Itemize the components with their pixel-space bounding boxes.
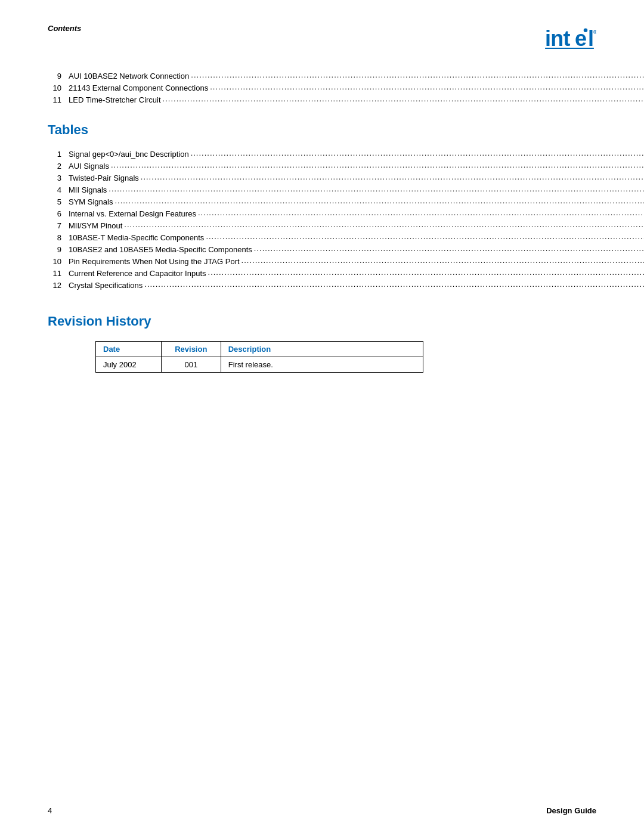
toc-row-content: Pin Requirements When Not Using the JTAG… bbox=[69, 257, 644, 266]
dot-leader bbox=[191, 148, 644, 157]
toc-row: 10 21143 External Component Connections … bbox=[48, 83, 596, 92]
toc-title: Current Reference and Capacitor Inputs bbox=[69, 269, 206, 278]
description-column-header: Description bbox=[221, 342, 423, 357]
tables-toc: 1 Signal gep<0>/aui_bnc Description 5 2 … bbox=[48, 150, 596, 290]
toc-row-content: Signal gep<0>/aui_bnc Description 5 bbox=[69, 150, 644, 159]
description-cell: First release. bbox=[221, 357, 423, 373]
toc-row-content: MII Signals 8 bbox=[69, 185, 644, 194]
toc-title: 10BASE-T Media-Specific Components bbox=[69, 233, 204, 242]
page-footer: 4 Design Guide bbox=[48, 806, 596, 815]
toc-title: 21143 External Component Connections bbox=[69, 83, 208, 92]
toc-title: 10BASE2 and 10BASE5 Media-Specific Compo… bbox=[69, 245, 252, 254]
toc-row: 11 Current Reference and Capacitor Input… bbox=[48, 269, 596, 278]
toc-num: 4 bbox=[48, 185, 69, 194]
toc-row: 9 AUI 10BASE2 Network Connection 17 bbox=[48, 72, 596, 80]
table-header-row: Date Revision Description bbox=[96, 342, 423, 357]
toc-row-content: 10BASE-T Media-Specific Components 18 bbox=[69, 233, 644, 242]
toc-title: LED Time-Stretcher Circuit bbox=[69, 95, 161, 104]
dot-leader bbox=[208, 268, 644, 277]
dot-leader bbox=[254, 244, 644, 253]
toc-row-content: Twisted-Pair Signals 7 bbox=[69, 174, 644, 182]
page-container: Contents int e l ® 9 AUI 10BASE2 Network bbox=[0, 0, 644, 833]
revision-table: Date Revision Description July 2002 001 … bbox=[95, 341, 423, 373]
toc-num: 8 bbox=[48, 233, 69, 242]
toc-row-content: AUI 10BASE2 Network Connection 17 bbox=[69, 72, 644, 80]
toc-row-content: AUI Signals 7 bbox=[69, 162, 644, 171]
toc-row: 7 MII/SYM Pinout 14 bbox=[48, 221, 596, 230]
toc-row-content: Current Reference and Capacitor Inputs 1… bbox=[69, 269, 644, 278]
toc-row: 2 AUI Signals 7 bbox=[48, 162, 596, 171]
dot-leader bbox=[109, 184, 644, 193]
footer-doc-type: Design Guide bbox=[546, 806, 596, 815]
toc-row: 11 LED Time-Stretcher Circuit 22 bbox=[48, 95, 596, 104]
toc-title: AUI Signals bbox=[69, 162, 109, 171]
toc-num: 11 bbox=[48, 95, 69, 104]
svg-text:®: ® bbox=[593, 30, 596, 35]
toc-row: 6 Internal vs. External Design Features … bbox=[48, 209, 596, 218]
toc-num: 12 bbox=[48, 281, 69, 290]
date-column-header: Date bbox=[96, 342, 162, 357]
dot-leader bbox=[141, 172, 644, 181]
toc-row: 3 Twisted-Pair Signals 7 bbox=[48, 174, 596, 182]
toc-row-content: SYM Signals 8 bbox=[69, 197, 644, 206]
contents-label: Contents bbox=[48, 24, 81, 33]
toc-num: 3 bbox=[48, 174, 69, 182]
toc-row-content: LED Time-Stretcher Circuit 22 bbox=[69, 95, 644, 104]
toc-title: SYM Signals bbox=[69, 197, 113, 206]
toc-title: Twisted-Pair Signals bbox=[69, 174, 139, 182]
toc-num: 7 bbox=[48, 221, 69, 230]
toc-row: 8 10BASE-T Media-Specific Components 18 bbox=[48, 233, 596, 242]
toc-num: 10 bbox=[48, 257, 69, 266]
toc-num: 6 bbox=[48, 209, 69, 218]
date-cell: July 2002 bbox=[96, 357, 162, 373]
toc-title: Signal gep<0>/aui_bnc Description bbox=[69, 150, 189, 159]
toc-title: AUI 10BASE2 Network Connection bbox=[69, 72, 189, 80]
dot-leader bbox=[206, 232, 644, 241]
toc-row: 9 10BASE2 and 10BASE5 Media-Specific Com… bbox=[48, 245, 596, 254]
toc-row-content: 10BASE2 and 10BASE5 Media-Specific Compo… bbox=[69, 245, 644, 254]
revision-cell: 001 bbox=[161, 357, 221, 373]
dot-leader bbox=[124, 220, 644, 229]
toc-row: 5 SYM Signals 8 bbox=[48, 197, 596, 206]
tables-heading: Tables bbox=[48, 122, 596, 138]
revision-history-section: Revision History Date Revision Descripti… bbox=[48, 314, 596, 373]
svg-text:l: l bbox=[588, 26, 593, 51]
svg-point-2 bbox=[584, 28, 588, 32]
toc-num: 1 bbox=[48, 150, 69, 159]
toc-title: MII/SYM Pinout bbox=[69, 221, 122, 230]
dot-leader bbox=[111, 160, 644, 169]
toc-title: Pin Requirements When Not Using the JTAG… bbox=[69, 257, 240, 266]
toc-title: MII Signals bbox=[69, 185, 107, 194]
toc-row-content: Crystal Specifications 20 bbox=[69, 281, 644, 290]
revision-heading: Revision History bbox=[48, 314, 596, 329]
toc-title: Internal vs. External Design Features bbox=[69, 209, 196, 218]
dot-leader bbox=[114, 196, 644, 205]
toc-row-content: 21143 External Component Connections 20 bbox=[69, 83, 644, 92]
intel-logo: int e l ® bbox=[543, 24, 596, 54]
toc-num: 11 bbox=[48, 269, 69, 278]
toc-row-content: MII/SYM Pinout 14 bbox=[69, 221, 644, 230]
page-header: Contents int e l ® bbox=[48, 24, 596, 54]
toc-title: Crystal Specifications bbox=[69, 281, 143, 290]
dot-leader bbox=[210, 82, 644, 91]
toc-row: 10 Pin Requirements When Not Using the J… bbox=[48, 257, 596, 266]
table-row: July 2002 001 First release. bbox=[96, 357, 423, 373]
dot-leader bbox=[144, 280, 644, 289]
dot-leader bbox=[191, 70, 644, 79]
tables-section: Tables 1 Signal gep<0>/aui_bnc Descripti… bbox=[48, 122, 596, 290]
toc-row: 1 Signal gep<0>/aui_bnc Description 5 bbox=[48, 150, 596, 159]
svg-text:int: int bbox=[545, 26, 570, 51]
toc-row: 4 MII Signals 8 bbox=[48, 185, 596, 194]
toc-row: 12 Crystal Specifications 20 bbox=[48, 281, 596, 290]
dot-leader bbox=[163, 94, 644, 103]
toc-row-content: Internal vs. External Design Features 13 bbox=[69, 209, 644, 218]
toc-num: 2 bbox=[48, 162, 69, 171]
toc-num: 9 bbox=[48, 72, 69, 80]
toc-num: 10 bbox=[48, 83, 69, 92]
toc-num: 5 bbox=[48, 197, 69, 206]
figures-toc: 9 AUI 10BASE2 Network Connection 17 10 2… bbox=[48, 72, 596, 104]
toc-num: 9 bbox=[48, 245, 69, 254]
revision-column-header: Revision bbox=[161, 342, 221, 357]
dot-leader bbox=[198, 208, 644, 217]
dot-leader bbox=[242, 256, 644, 265]
